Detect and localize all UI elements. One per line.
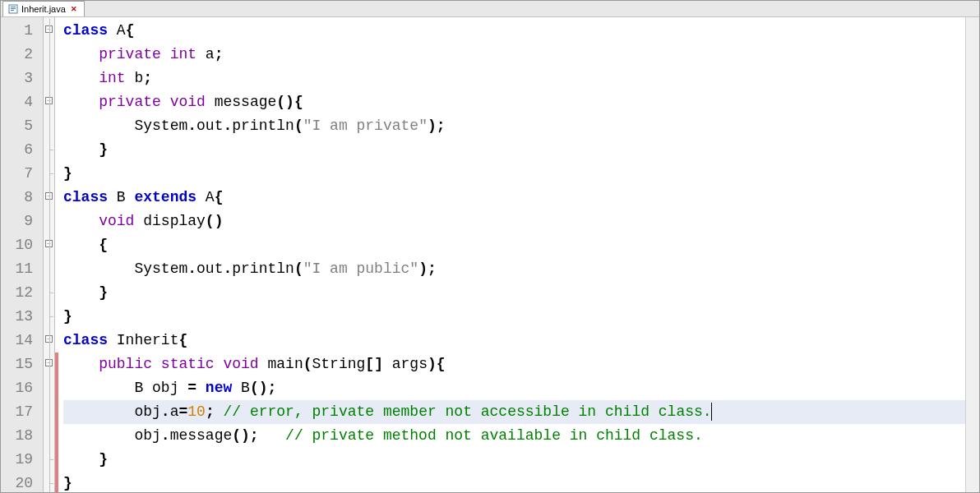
token-ind [63,260,134,277]
token-punct: (); [232,427,258,444]
line-number: 14 [1,329,43,352]
token-punct: ( [294,260,303,277]
token-mod: public [99,356,152,372]
token-punct: = [178,403,187,420]
token-punct: ; [206,403,215,420]
svg-rect-2 [11,8,16,9]
token-punct: } [63,308,72,325]
token-punct: ; [143,70,152,86]
code-editor[interactable]: 1234567891011121314151617181920 −−−−−− c… [1,17,979,492]
line-number: 1 [1,19,43,43]
code-area[interactable]: class A{ private int a; int b; private v… [58,17,965,492]
svg-rect-1 [11,7,16,7]
token-ind [63,117,134,134]
token-txt: B obj [134,380,187,396]
token-mod: private [99,94,161,110]
fold-cell: − [44,19,54,43]
token-punct: ( [303,356,312,372]
code-line[interactable]: } [63,281,965,305]
code-line[interactable]: obj.a=10; // error, private member not a… [63,400,965,424]
token-punct: = [187,380,196,396]
file-tab[interactable]: Inherit.java ✕ [2,1,85,16]
token-txt [152,356,161,372]
token-txt [161,46,170,62]
line-number: 12 [1,281,43,305]
code-line[interactable]: System.out.println("I am private"); [63,114,965,138]
token-punct: { [178,332,187,348]
token-punct: ); [418,260,437,277]
token-txt [259,427,285,444]
code-line[interactable]: int b; [63,67,965,90]
line-number: 6 [1,138,43,162]
line-number: 10 [1,233,43,257]
token-txt: main [259,356,303,372]
token-punct: () [206,213,224,229]
fold-cell [44,114,54,138]
code-line[interactable]: class B extends A{ [63,186,965,210]
token-punct: { [215,189,224,205]
code-line[interactable]: private void message(){ [63,90,965,114]
code-line[interactable]: } [63,138,965,162]
code-line[interactable]: class A{ [63,19,965,43]
token-str: "I am private" [303,117,428,134]
code-line[interactable]: { [63,233,965,257]
token-ind [63,237,99,253]
token-cmt: // error, private member not accessible … [224,403,712,420]
tab-filename: Inherit.java [21,4,66,14]
close-icon[interactable]: ✕ [69,5,79,13]
fold-cell: − [44,233,54,257]
token-kw: class [63,332,108,348]
svg-rect-3 [11,10,14,11]
code-line[interactable]: void display() [63,210,965,233]
token-punct: . [187,117,196,134]
fold-cell: − [44,329,54,352]
fold-cell [44,472,54,492]
line-number: 11 [1,257,43,281]
token-ind [63,427,134,444]
token-ind [63,94,99,110]
token-txt [196,380,206,396]
token-txt: B [232,380,250,396]
token-num: 10 [187,403,206,420]
code-line[interactable]: } [63,162,965,186]
token-txt: println [232,260,294,277]
token-punct: . [223,260,232,277]
code-line[interactable]: public static void main(String[] args){ [63,352,965,376]
token-kw: class [63,189,108,205]
fold-cell [44,376,54,400]
token-txt: display [134,213,205,229]
line-number: 13 [1,305,43,329]
token-txt: System [134,260,187,277]
token-punct: ; [215,46,224,62]
vertical-scrollbar[interactable] [965,17,979,492]
token-txt [161,94,170,110]
code-line[interactable]: } [63,305,965,329]
token-txt: a [170,403,179,420]
fold-cell: − [44,90,54,114]
token-ind [63,451,99,468]
token-txt: obj [134,427,160,444]
token-punct: [] [365,356,383,372]
line-number: 5 [1,114,43,138]
token-txt: B [108,189,134,205]
code-line[interactable]: B obj = new B(); [63,376,965,400]
code-line[interactable]: } [63,448,965,472]
code-line[interactable]: class Inherit{ [63,329,965,352]
fold-cell [44,400,54,424]
fold-cell [44,281,54,305]
token-punct: . [161,427,170,444]
code-line[interactable]: obj.message(); // private method not ava… [63,424,965,448]
token-punct: } [63,165,72,182]
code-line[interactable]: private int a; [63,43,965,67]
token-txt [215,403,224,420]
code-line[interactable]: System.out.println("I am public"); [63,257,965,281]
token-txt: String [312,356,366,372]
token-txt: System [134,117,187,134]
token-txt: message [170,427,233,444]
token-txt: args [383,356,428,372]
code-line[interactable]: } [63,472,965,492]
token-punct: . [187,260,196,277]
token-txt: b [126,70,144,86]
fold-cell [44,448,54,472]
token-punct: . [223,117,232,134]
